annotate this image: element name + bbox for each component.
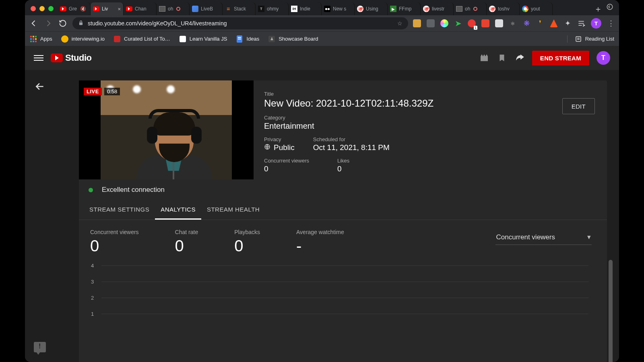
clapperboard-icon[interactable] <box>479 53 489 63</box>
account-avatar[interactable]: T <box>597 51 610 65</box>
bookmark-star-icon[interactable]: ☆ <box>397 20 402 27</box>
end-stream-button[interactable]: END STREAM <box>532 51 589 66</box>
tabstrip-overflow-icon[interactable] <box>606 3 613 12</box>
tab-favicon <box>93 6 99 12</box>
browser-tab[interactable]: oh <box>157 2 190 15</box>
browser-tabstrip: Gre🔇Liv×ChanohLiveB≡StackTohmyIHIndieNew… <box>25 0 619 15</box>
stream-preview[interactable]: CAT LIVE 0:58 <box>79 80 254 179</box>
scheduled-value: Oct 11, 2021, 8:11 PM <box>313 143 390 152</box>
tab-title: Using <box>366 6 378 12</box>
url-text: studio.youtube.com/video/gKeOyDL_UR4/liv… <box>88 20 227 27</box>
stream-elapsed-time: 0:58 <box>104 88 120 95</box>
tab-favicon <box>159 6 165 12</box>
bookmark-item[interactable]: ♟Showcase Board <box>268 35 318 43</box>
browser-tab[interactable]: 🐙toshv <box>487 2 520 15</box>
browser-tab[interactable]: ▶FFmp <box>388 2 421 15</box>
close-tab-icon[interactable]: × <box>118 6 121 12</box>
extensions-menu-icon[interactable]: ✦ <box>564 19 572 27</box>
likes-value: 0 <box>337 165 349 173</box>
back-button[interactable] <box>29 19 39 28</box>
browser-tab[interactable]: 🐙Using <box>355 2 388 15</box>
maximize-window-icon[interactable] <box>48 6 54 11</box>
browser-tab[interactable]: oh <box>454 2 487 15</box>
scrollbar[interactable] <box>608 94 613 339</box>
tab-analytics[interactable]: ANALYTICS <box>155 200 201 220</box>
edit-button[interactable]: EDIT <box>562 98 595 114</box>
browser-tab[interactable]: yout <box>520 2 553 15</box>
connection-text: Excellent connection <box>102 186 165 194</box>
metric-chat-value: 0 <box>175 237 198 255</box>
bookmark-item[interactable]: Curated List of To… <box>114 35 170 43</box>
close-window-icon[interactable] <box>31 6 36 11</box>
back-arrow-icon[interactable] <box>35 81 45 94</box>
ext-icon-comma[interactable]: ❜ <box>536 19 544 27</box>
browser-tab[interactable]: Liv× <box>91 2 124 15</box>
forward-button[interactable] <box>43 19 53 28</box>
ext-icon-atom[interactable]: ⚛ <box>509 19 517 27</box>
category-value: Entertainment <box>264 121 554 131</box>
tab-favicon <box>324 6 330 12</box>
tab-favicon: ▶ <box>390 6 396 12</box>
y-axis-tick: 3 <box>91 278 94 284</box>
address-bar[interactable]: studio.youtube.com/video/gKeOyDL_UR4/liv… <box>72 17 408 29</box>
minimize-window-icon[interactable] <box>39 6 45 11</box>
browser-tab[interactable]: 🐙livestr <box>421 2 454 15</box>
ext-icon-green[interactable]: ➤ <box>454 19 462 27</box>
ext-icon-todoist[interactable] <box>481 19 489 27</box>
ext-icon-orange[interactable] <box>550 19 558 27</box>
browser-tab[interactable]: LiveB <box>190 2 223 15</box>
bookmark-icon[interactable] <box>497 53 507 63</box>
profile-avatar[interactable]: T <box>591 18 601 29</box>
ext-icon-color[interactable] <box>440 19 448 27</box>
chrome-menu-icon[interactable]: ⋮ <box>607 19 615 27</box>
studio-logo[interactable]: Studio <box>51 53 91 63</box>
browser-tab[interactable]: New s <box>322 2 355 15</box>
browser-tab[interactable]: ≡Stack <box>223 2 256 15</box>
title-label: Title <box>264 91 554 97</box>
bookmark-item[interactable]: Apps <box>30 35 52 43</box>
studio-topbar: Studio END STREAM T <box>25 46 619 70</box>
reading-list-button[interactable]: Reading List <box>567 35 614 43</box>
tab-title: New s <box>333 6 346 12</box>
ext-icon-page[interactable] <box>495 19 503 27</box>
tab-favicon <box>126 6 132 12</box>
bookmark-item[interactable]: Ideas <box>236 35 259 43</box>
bookmark-item[interactable]: interviewing.io <box>61 35 105 43</box>
tab-title: yout <box>531 6 540 12</box>
feedback-icon[interactable] <box>34 342 46 352</box>
svg-point-0 <box>607 4 613 10</box>
bookmark-item[interactable]: Learn Vanilla JS <box>179 35 227 43</box>
browser-tab[interactable]: Chan <box>124 2 157 15</box>
reading-list-icon[interactable] <box>577 19 585 27</box>
browser-tab[interactable]: Gre🔇 <box>58 2 91 15</box>
avatar-initial: T <box>594 21 598 27</box>
tab-title: Liv <box>102 6 108 12</box>
tab-favicon: 🐙 <box>357 6 363 12</box>
studio-wordmark: Studio <box>65 53 91 63</box>
ext-icon-purple[interactable]: ❋ <box>522 19 530 27</box>
new-tab-button[interactable]: ＋ <box>592 3 604 14</box>
bookmark-label: Ideas <box>246 36 259 42</box>
bookmark-label: Learn Vanilla JS <box>190 36 227 42</box>
share-icon[interactable] <box>514 53 525 63</box>
reload-button[interactable] <box>58 19 68 28</box>
browser-tab[interactable]: IHIndie <box>289 2 322 15</box>
ext-icon-sticky[interactable] <box>413 19 421 27</box>
ext-icon-adblock[interactable]: 1 <box>468 19 476 27</box>
metrics-row: Concurrent viewers 0 Chat rate 0 Playbac… <box>79 220 355 255</box>
bookmark-label: Showcase Board <box>279 36 318 42</box>
hamburger-menu-icon[interactable] <box>34 53 43 63</box>
tab-favicon: IH <box>291 6 297 12</box>
tab-title: ohmy <box>267 6 279 12</box>
y-axis-tick: 1 <box>91 311 94 317</box>
chart-gridline <box>101 298 588 298</box>
ext-icon-pocket[interactable] <box>427 19 435 27</box>
tab-stream-health[interactable]: STREAM HEALTH <box>201 200 265 220</box>
tab-stream-settings[interactable]: STREAM SETTINGS <box>84 200 155 220</box>
chart-selector-label: Concurrent viewers <box>496 233 555 241</box>
chart-metric-selector[interactable]: Concurrent viewers ▾ <box>495 231 592 245</box>
bookmark-label: interviewing.io <box>72 36 105 42</box>
bookmark-favicon <box>179 35 186 43</box>
browser-tab[interactable]: Tohmy <box>256 2 289 15</box>
scrollbar-thumb[interactable] <box>609 260 613 362</box>
